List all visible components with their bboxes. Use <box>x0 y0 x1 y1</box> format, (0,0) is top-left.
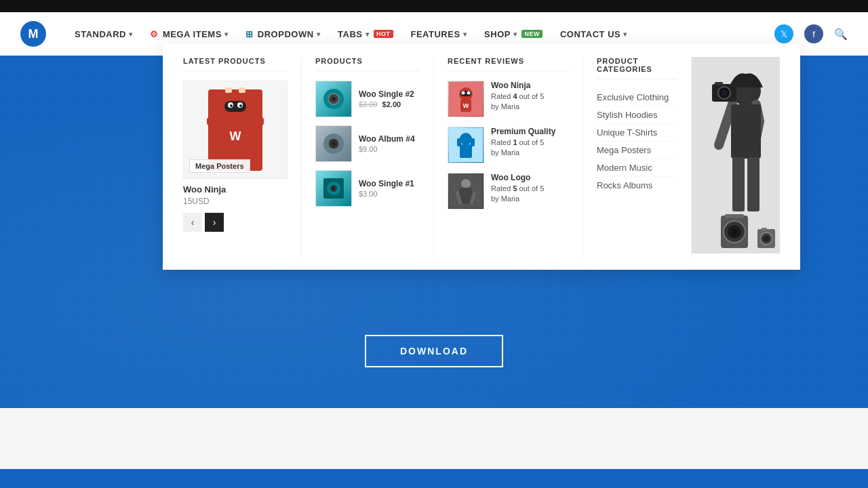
price-old: $3.00 <box>359 100 378 108</box>
category-item-albums[interactable]: Rocks Albums <box>597 177 677 194</box>
review-item: Woo Logo Rated 5 out of 5 by Maria <box>448 173 569 209</box>
search-icon[interactable]: 🔍 <box>834 28 848 41</box>
chevron-down-icon: ▾ <box>129 30 133 38</box>
person-image-area <box>692 57 780 256</box>
svg-point-20 <box>332 142 336 146</box>
product-name: Woo Single #2 <box>359 89 420 99</box>
product-price: $9.00 <box>359 145 420 153</box>
review-info: Woo Logo Rated 5 out of 5 by Maria <box>491 173 569 205</box>
review-product-name: Woo Logo <box>491 173 569 182</box>
chevron-down-icon: ▾ <box>623 30 627 38</box>
svg-rect-10 <box>249 117 264 125</box>
chevron-down-icon: ▾ <box>366 30 370 38</box>
review-thumb-quality <box>448 127 484 163</box>
new-badge: NEW <box>521 30 542 38</box>
product-thumb-single1 <box>315 170 352 207</box>
nav-label-contact: CONTACT US <box>560 29 620 39</box>
nav-label-features: FEATURES <box>411 29 460 39</box>
review-product-name: Woo Ninja <box>491 81 569 90</box>
svg-text:W: W <box>463 102 469 109</box>
svg-rect-9 <box>207 117 222 125</box>
review-item: W Woo Ninja Rated 4 out of 5 by Maria <box>448 81 569 117</box>
nav-item-dropdown[interactable]: ⊞ DROPDOWN ▾ <box>237 24 328 45</box>
category-item-music[interactable]: Modern Music <box>597 159 677 177</box>
svg-point-6 <box>239 104 242 107</box>
top-bar <box>0 0 868 12</box>
product-categories-section: PRODUCT CATEGORIES Exclusive Clothing St… <box>583 57 692 256</box>
featured-product-image: W Mega Posters <box>183 81 288 179</box>
category-item-tshirts[interactable]: Unique T-Shirts <box>597 124 677 142</box>
camera-accessories <box>718 202 776 249</box>
product-price: $3.00 $2.00 <box>359 100 420 108</box>
svg-point-28 <box>462 92 465 95</box>
product-categories-title: PRODUCT CATEGORIES <box>597 57 677 79</box>
wp-icon: ⊞ <box>245 29 254 39</box>
nav-item-features[interactable]: FEATURES ▾ <box>403 24 475 45</box>
chevron-down-icon: ▾ <box>513 30 517 38</box>
svg-point-44 <box>721 89 728 96</box>
price-new: $2.00 <box>382 100 401 108</box>
facebook-icon[interactable]: f <box>804 24 823 43</box>
recent-reviews-section: RECENT REVIEWS W Woo Ninja <box>434 57 583 256</box>
product-price: $3.00 <box>359 190 420 198</box>
nav-item-tabs[interactable]: TABS ▾ HOT <box>330 24 401 45</box>
review-rating: Rated 4 out of 5 by Maria <box>491 92 569 113</box>
svg-point-38 <box>461 179 471 188</box>
price-display: $9.00 <box>359 145 378 153</box>
mega-dropdown-panel: LATEST PRODUCTS W <box>163 43 800 270</box>
latest-products-title: LATEST PRODUCTS <box>183 57 288 71</box>
svg-rect-35 <box>457 138 461 146</box>
svg-rect-34 <box>460 144 472 158</box>
svg-rect-14 <box>239 87 245 93</box>
svg-rect-42 <box>715 82 723 85</box>
nav-label-standard: STANDARD <box>75 29 126 39</box>
nav-item-mega-items[interactable]: ⚙ MEGA ITEMS ▾ <box>142 24 236 45</box>
nav-label-dropdown: DROPDOWN <box>258 29 314 39</box>
carousel-next-button[interactable]: › <box>205 213 224 232</box>
review-item: Premium Quality Rated 1 out of 5 by Mari… <box>448 127 569 163</box>
camera-lens-icon <box>718 202 751 249</box>
svg-rect-13 <box>225 87 232 93</box>
review-thumb-logo <box>448 173 484 209</box>
review-info: Premium Quality Rated 1 out of 5 by Mari… <box>491 127 569 159</box>
site-logo[interactable]: M <box>20 21 46 47</box>
nav-label-tabs: TABS <box>338 29 362 39</box>
nav-item-standard[interactable]: STANDARD ▾ <box>66 24 140 45</box>
product-thumb-single2 <box>315 81 352 117</box>
hot-badge: HOT <box>374 30 393 38</box>
product-info: Woo Single #1 $3.00 <box>359 179 420 198</box>
svg-rect-2 <box>224 101 246 112</box>
svg-point-55 <box>763 235 770 242</box>
featured-product-name: Woo Ninja <box>183 184 288 195</box>
svg-rect-52 <box>725 214 744 218</box>
category-item-posters[interactable]: Mega Posters <box>597 142 677 159</box>
nav-label-mega-items: MEGA ITEMS <box>163 29 222 39</box>
svg-point-29 <box>467 92 471 95</box>
nav-label-shop: SHOP <box>484 29 511 39</box>
small-camera-icon <box>756 222 776 249</box>
chevron-down-icon: ▾ <box>224 30 229 38</box>
bottom-section <box>0 408 868 469</box>
carousel-navigation: ‹ › <box>183 213 288 232</box>
list-item: Woo Single #1 $3.00 <box>315 170 420 207</box>
list-item: Woo Single #2 $3.00 $2.00 <box>315 81 420 117</box>
category-item-hoodies[interactable]: Stylish Hoodies <box>597 106 677 124</box>
carousel-prev-button[interactable]: ‹ <box>183 213 202 232</box>
chevron-down-icon: ▾ <box>463 30 467 38</box>
svg-point-33 <box>460 133 472 145</box>
products-title: PRODUCTS <box>315 57 420 71</box>
svg-text:W: W <box>230 129 241 143</box>
nav-item-contact[interactable]: CONTACT US ▾ <box>552 24 635 45</box>
product-name: Woo Single #1 <box>359 179 420 188</box>
review-thumb-ninja: W <box>448 81 484 117</box>
svg-point-5 <box>230 104 233 107</box>
navbar-right: 𝕏 f 🔍 <box>774 24 848 43</box>
category-item-exclusive[interactable]: Exclusive Clothing <box>597 89 677 106</box>
twitter-icon[interactable]: 𝕏 <box>774 24 793 43</box>
svg-rect-36 <box>471 138 475 146</box>
nav-item-shop[interactable]: SHOP ▾ NEW <box>476 24 551 45</box>
svg-point-17 <box>332 97 336 101</box>
svg-rect-45 <box>731 104 761 159</box>
product-thumb-album <box>315 125 352 162</box>
nav-items: STANDARD ▾ ⚙ MEGA ITEMS ▾ ⊞ DROPDOWN ▾ T… <box>66 24 774 45</box>
